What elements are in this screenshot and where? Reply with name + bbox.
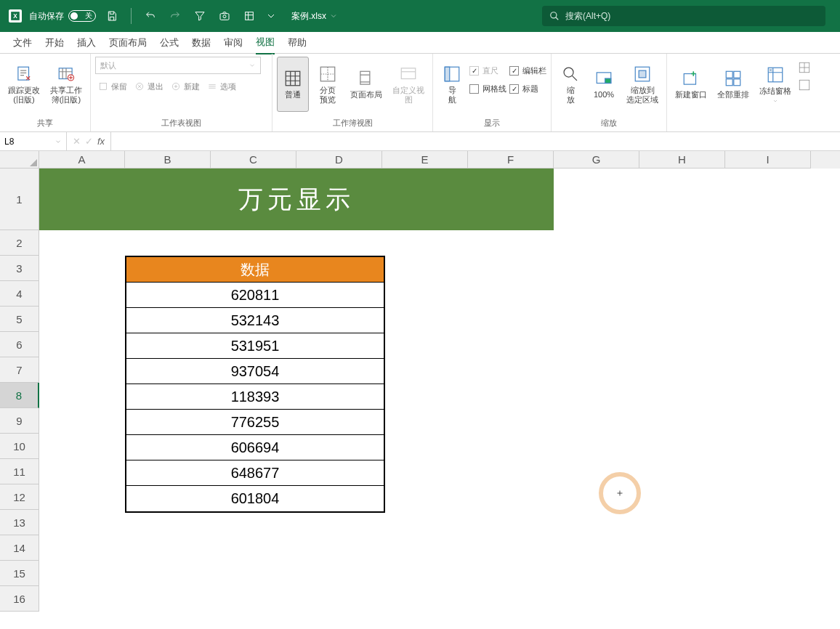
zoom-100-button[interactable]: 100% — [588, 57, 620, 112]
hide-icon[interactable] — [798, 78, 811, 92]
row-header[interactable]: 3 — [0, 256, 39, 281]
redo-button[interactable] — [166, 7, 184, 25]
column-header[interactable]: D — [296, 151, 382, 169]
gridlines-checkbox[interactable]: 网格线 — [469, 81, 506, 97]
svg-rect-4 — [246, 12, 254, 20]
name-box[interactable]: L8 — [0, 132, 67, 150]
page-break-button[interactable]: 分页 预览 — [312, 57, 344, 112]
tab-insert[interactable]: 插入 — [77, 32, 96, 54]
split-icon[interactable] — [798, 61, 811, 74]
row-header[interactable]: 11 — [0, 459, 39, 484]
new-view-button[interactable]: 新建 — [168, 78, 203, 94]
row-header[interactable]: 9 — [0, 408, 39, 434]
row-header[interactable]: 5 — [0, 307, 39, 332]
row-header[interactable]: 4 — [0, 281, 39, 307]
row-header[interactable]: 7 — [0, 357, 39, 383]
data-cell[interactable]: 531951 — [126, 333, 384, 359]
ribbon: 跟踪更改 (旧版) 共享工作 簿(旧版) 共享 默认 保留 退出 新建 选项 工… — [0, 54, 840, 132]
zoom-selection-button[interactable]: 缩放到 选定区域 — [623, 57, 662, 112]
column-header[interactable]: A — [39, 151, 125, 169]
data-cell[interactable]: 601804 — [126, 486, 384, 511]
new-window-button[interactable]: 新建窗口 — [671, 57, 711, 112]
confirm-icon[interactable]: ✓ — [85, 136, 93, 147]
row-header[interactable]: 2 — [0, 230, 39, 256]
column-header[interactable]: I — [725, 151, 811, 169]
data-cell[interactable]: 937054 — [126, 359, 384, 384]
select-all-corner[interactable] — [0, 151, 39, 169]
tab-file[interactable]: 文件 — [13, 32, 32, 54]
svg-rect-30 — [799, 80, 809, 90]
save-button[interactable] — [103, 7, 121, 25]
fx-icon[interactable]: fx — [97, 136, 105, 147]
qa-dropdown-icon[interactable] — [265, 7, 277, 25]
title-bar: X 自动保存 关 案例.xlsx — [0, 0, 840, 32]
autosave-toggle[interactable]: 自动保存 关 — [29, 10, 96, 23]
freeze-panes-button[interactable]: 冻结窗格 — [756, 57, 795, 112]
ribbon-tabs: 文件 开始 插入 页面布局 公式 数据 审阅 视图 帮助 — [0, 32, 840, 54]
row-header[interactable]: 6 — [0, 332, 39, 357]
normal-view-button[interactable]: 普通 — [277, 57, 309, 112]
tab-view[interactable]: 视图 — [256, 31, 275, 54]
sheet-view-dropdown[interactable]: 默认 — [95, 57, 261, 74]
row-header[interactable]: 13 — [0, 510, 39, 535]
filename[interactable]: 案例.xlsx — [291, 10, 338, 23]
svg-rect-20 — [605, 78, 611, 84]
tab-formulas[interactable]: 公式 — [160, 32, 179, 54]
column-header[interactable]: C — [211, 151, 296, 169]
share-workbook-icon — [54, 64, 78, 84]
tab-page-layout[interactable]: 页面布局 — [109, 32, 147, 54]
data-cell[interactable]: 532143 — [126, 308, 384, 333]
tab-help[interactable]: 帮助 — [288, 32, 307, 54]
filter-icon[interactable] — [191, 7, 209, 25]
row-header[interactable]: 12 — [0, 484, 39, 510]
column-header[interactable]: B — [125, 151, 211, 169]
svg-point-3 — [223, 15, 226, 18]
data-cell[interactable]: 776255 — [126, 410, 384, 435]
row-header[interactable]: 15 — [0, 561, 39, 586]
row-header[interactable]: 8 — [0, 383, 39, 408]
page-break-icon — [316, 64, 339, 84]
tab-home[interactable]: 开始 — [45, 32, 64, 54]
column-header[interactable]: G — [554, 151, 639, 169]
data-cell[interactable]: 620811 — [126, 283, 384, 308]
column-header[interactable]: E — [382, 151, 468, 169]
page-layout-button[interactable]: 页面布局 — [347, 57, 386, 112]
search-box[interactable]: 搜索(Alt+Q) — [542, 6, 825, 26]
headings-checkbox[interactable]: 标题 — [509, 81, 546, 97]
ruler-checkbox[interactable]: 直尺 — [469, 62, 506, 78]
zoom-100-icon — [592, 68, 615, 89]
camera-icon[interactable] — [216, 7, 233, 25]
svg-rect-24 — [726, 72, 732, 78]
formula-input[interactable] — [111, 132, 840, 150]
table-icon[interactable] — [241, 7, 258, 25]
row-header[interactable]: 1 — [0, 169, 39, 230]
svg-rect-22 — [639, 70, 646, 78]
svg-text:X: X — [13, 13, 17, 20]
data-cell[interactable]: 118393 — [126, 384, 384, 410]
tab-review[interactable]: 审阅 — [224, 32, 243, 54]
custom-view-button[interactable]: 自定义视图 — [389, 57, 428, 112]
track-changes-icon — [12, 64, 36, 84]
column-header[interactable]: F — [468, 151, 554, 169]
keep-view-button[interactable]: 保留 — [95, 78, 130, 94]
spreadsheet-grid[interactable]: ABCDEFGHI 12345678910111213141516 万元显示 数… — [0, 151, 840, 612]
data-cell[interactable]: 606694 — [126, 435, 384, 460]
share-workbook-button[interactable]: 共享工作 簿(旧版) — [47, 57, 86, 112]
zoom-icon — [559, 64, 582, 84]
data-cell[interactable]: 648677 — [126, 460, 384, 486]
options-icon — [207, 81, 217, 92]
tab-data[interactable]: 数据 — [192, 32, 211, 54]
row-header[interactable]: 16 — [0, 586, 39, 612]
zoom-button[interactable]: 缩 放 — [556, 57, 585, 112]
arrange-all-button[interactable]: 全部重排 — [714, 57, 753, 112]
column-header[interactable]: H — [639, 151, 725, 169]
row-header[interactable]: 14 — [0, 535, 39, 561]
options-view-button[interactable]: 选项 — [204, 78, 239, 94]
formula-bar-checkbox[interactable]: 编辑栏 — [509, 62, 546, 78]
row-header[interactable]: 10 — [0, 434, 39, 459]
exit-view-button[interactable]: 退出 — [132, 78, 166, 94]
cancel-icon[interactable]: ✕ — [73, 136, 81, 147]
navigation-button[interactable]: 导 航 — [437, 57, 467, 112]
undo-button[interactable] — [142, 7, 159, 25]
track-changes-button[interactable]: 跟踪更改 (旧版) — [4, 57, 44, 112]
